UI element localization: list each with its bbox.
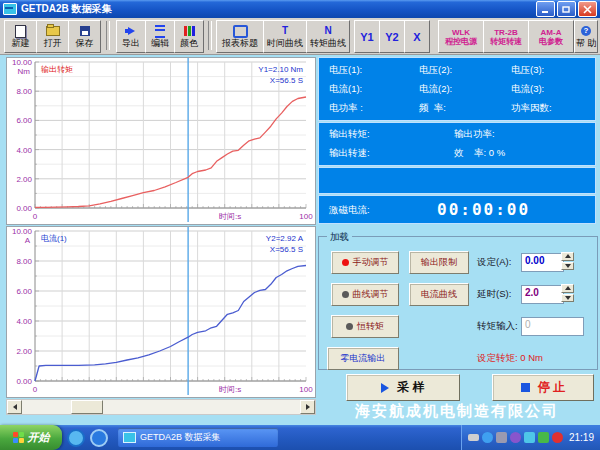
cursor-readout: Y1=2.10 Nm [258, 65, 303, 74]
excitation-current-label: 激磁电流: [329, 204, 370, 217]
svg-text:0.00: 0.00 [16, 204, 32, 213]
restore-button[interactable] [557, 1, 576, 17]
stop-button[interactable]: 停 止 [492, 374, 594, 401]
start-button[interactable]: 开始 [0, 425, 62, 450]
export-arrow-icon [128, 25, 135, 37]
ama-electrical-button[interactable]: AM-A 电参数 [528, 20, 574, 53]
voltage3-label: 电压(3): [511, 64, 544, 77]
torque-input-label: 转矩输入: [477, 315, 518, 336]
system-tray: 21:19 [461, 425, 600, 450]
delay-stepper[interactable] [561, 284, 574, 302]
minimize-button[interactable] [536, 1, 555, 17]
toolbar-separator [106, 21, 110, 50]
windows-taskbar: 开始 GETDA2B 数据采集 21:19 [0, 425, 600, 450]
edit-button[interactable]: 编辑 [145, 20, 175, 53]
manual-adjust-radio[interactable]: 手动调节 [331, 251, 399, 274]
svg-text:0: 0 [33, 385, 38, 394]
torque-input-field: 0 [521, 317, 584, 336]
output-power-label: 输出功率: [454, 128, 495, 141]
current-curve-button[interactable]: 电流曲线 [409, 283, 469, 306]
tr2b-torque-speed-button[interactable]: TR-2B 转矩转速 [483, 20, 529, 53]
svg-text:0: 0 [33, 212, 38, 221]
svg-text:0.00: 0.00 [16, 377, 32, 386]
tray-display-icon[interactable] [468, 434, 479, 441]
svg-text:100: 100 [299, 385, 313, 394]
constant-torque-radio[interactable]: 恒转矩 [331, 315, 399, 338]
scroll-right-arrow-icon[interactable] [300, 400, 315, 414]
output-section: 输出转矩: 输出功率: 输出转速: 效 率: 0 % [318, 122, 596, 166]
time-curve-button[interactable]: T 时间曲线 [263, 20, 307, 53]
x-button[interactable]: X [404, 20, 430, 53]
wlk-power-button[interactable]: WLK 程控电源 [438, 20, 484, 53]
taskbar-item-app[interactable]: GETDA2B 数据采集 [118, 428, 278, 447]
power-factor-label: 功率因数: [511, 102, 552, 115]
sample-button[interactable]: 采 样 [346, 374, 460, 401]
edit-lines-icon [155, 25, 165, 37]
tray-update-icon[interactable] [482, 432, 493, 443]
save-button[interactable]: 保存 [68, 20, 101, 53]
stop-icon [521, 383, 530, 392]
report-title-button[interactable]: 报表标题 [216, 20, 264, 53]
spin-down-icon[interactable] [561, 294, 574, 303]
set-current-stepper[interactable] [561, 252, 574, 270]
chart-title: 电流(1) [41, 234, 67, 243]
spin-up-icon[interactable] [561, 284, 574, 293]
new-button[interactable]: 新建 [4, 20, 37, 53]
chart-title: 输出转矩 [41, 65, 73, 74]
cursor-readout: X=56.5 S [270, 245, 303, 254]
zero-current-output-button[interactable]: 零电流输出 [327, 347, 399, 370]
close-button[interactable] [578, 1, 597, 17]
set-current-input[interactable]: 0.00 [521, 253, 564, 272]
torque-chart-svg[interactable]: 0.002.004.006.008.0010.00Nm0时间:s100输出转矩Y… [7, 58, 313, 222]
quick-launch-browser-icon[interactable] [90, 429, 108, 447]
output-limit-button[interactable]: 输出限制 [409, 251, 469, 274]
torque-chart-panel[interactable]: 0.002.004.006.008.0010.00Nm0时间:s100输出转矩Y… [6, 57, 316, 225]
tray-device-icon[interactable] [496, 432, 507, 443]
svg-text:6.00: 6.00 [16, 287, 32, 296]
new-file-icon [15, 25, 26, 37]
current-chart-svg[interactable]: 0.002.004.006.008.0010.00A0时间:s100电流(1)Y… [7, 227, 313, 395]
cursor-readout: Y2=2.92 A [266, 234, 304, 243]
chart-horizontal-scrollbar[interactable] [6, 399, 316, 415]
electrical-section: 电压(1): 电压(2): 电压(3): 电流(1): 电流(2): 电流(3)… [318, 57, 596, 121]
voltage2-label: 电压(2): [419, 64, 452, 77]
tray-messenger-icon[interactable] [538, 432, 549, 443]
cursor-readout: X=56.5 S [270, 76, 303, 85]
frequency-label: 频 率: [419, 102, 446, 115]
tray-app-icon[interactable] [510, 432, 521, 443]
tray-security-shield-icon[interactable] [552, 432, 563, 443]
quick-launch-refresh-icon[interactable] [67, 429, 85, 447]
svg-text:6.00: 6.00 [16, 116, 32, 125]
current3-label: 电流(3): [511, 83, 544, 96]
export-button[interactable]: 导出 [116, 20, 146, 53]
taskbar-clock: 21:19 [569, 432, 594, 443]
excitation-section: 激磁电流: 00:00:00 [318, 195, 596, 224]
window-title: GETDA2B 数据采集 [21, 2, 112, 16]
svg-text:8.00: 8.00 [16, 87, 32, 96]
torque-curve-button[interactable]: N 转矩曲线 [306, 20, 350, 53]
curve-adjust-radio[interactable]: 曲线调节 [331, 283, 399, 306]
current-chart-panel[interactable]: 0.002.004.006.008.0010.00A0时间:s100电流(1)Y… [6, 226, 316, 398]
color-button[interactable]: 颜色 [174, 20, 204, 53]
radio-dot-icon [346, 323, 353, 330]
scroll-left-arrow-icon[interactable] [7, 400, 22, 414]
save-icon [80, 25, 90, 37]
load-group-title: 加载 [327, 231, 352, 244]
help-button[interactable]: ? 帮 助 [574, 20, 598, 53]
windows-flag-icon [13, 432, 24, 443]
y2-button[interactable]: Y2 [379, 20, 405, 53]
svg-text:8.00: 8.00 [16, 257, 32, 266]
voltage1-label: 电压(1): [329, 64, 362, 77]
open-button[interactable]: 打开 [36, 20, 69, 53]
toolbar: 新建 打开 保存 导出 编辑 颜色 报表标题 T 时间曲 [0, 18, 600, 55]
delay-input[interactable]: 2.0 [521, 285, 564, 304]
svg-text:时间:s: 时间:s [219, 212, 241, 221]
spin-down-icon[interactable] [561, 262, 574, 271]
tray-network-icon[interactable] [524, 432, 535, 443]
open-folder-icon [46, 25, 60, 37]
svg-text:4.00: 4.00 [16, 146, 32, 155]
y1-button[interactable]: Y1 [354, 20, 380, 53]
scrollbar-thumb[interactable] [71, 400, 103, 414]
svg-text:4.00: 4.00 [16, 317, 32, 326]
spin-up-icon[interactable] [561, 252, 574, 261]
